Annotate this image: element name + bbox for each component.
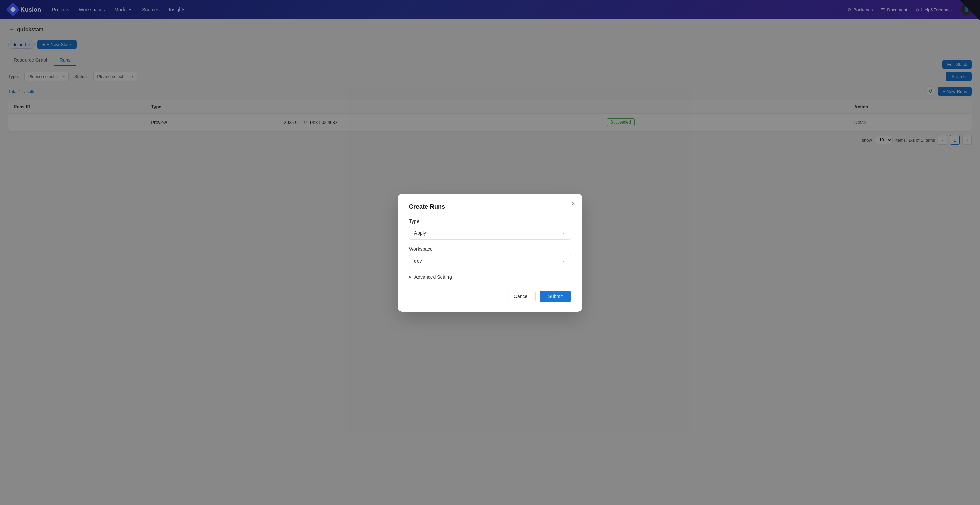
modal-title: Create Runs	[409, 203, 571, 210]
chevron-down-icon-3: ⌄	[563, 231, 566, 236]
workspace-value: dev	[414, 258, 422, 264]
type-label: Type	[409, 218, 571, 224]
modal-close-button[interactable]: ×	[571, 201, 575, 207]
type-value: Apply	[414, 230, 426, 236]
chevron-down-icon-4: ⌄	[563, 259, 566, 263]
cancel-button[interactable]: Cancel	[507, 291, 536, 302]
type-form-group: Type Apply ⌄	[409, 218, 571, 240]
workspace-label: Workspace	[409, 246, 571, 252]
triangle-right-icon: ▶	[409, 275, 412, 279]
advanced-setting-label: Advanced Setting	[414, 274, 452, 280]
type-select[interactable]: Apply ⌄	[409, 227, 571, 240]
workspace-form-group: Workspace dev ⌄	[409, 246, 571, 268]
modal-footer: Cancel Submit	[409, 288, 571, 302]
modal-overlay[interactable]: Create Runs × Type Apply ⌄ Workspace dev…	[0, 0, 980, 505]
submit-button[interactable]: Submit	[540, 291, 571, 302]
workspace-select[interactable]: dev ⌄	[409, 255, 571, 268]
create-runs-modal: Create Runs × Type Apply ⌄ Workspace dev…	[398, 194, 582, 312]
advanced-setting-toggle[interactable]: ▶ Advanced Setting	[409, 274, 571, 280]
